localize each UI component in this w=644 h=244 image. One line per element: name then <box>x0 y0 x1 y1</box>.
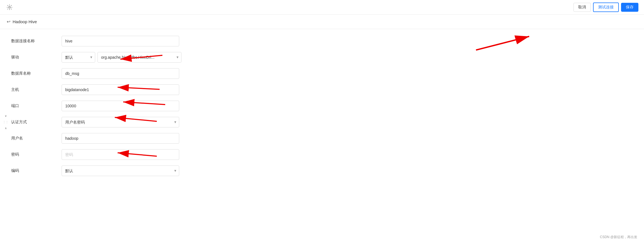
encoding-select-wrapper: 默认 ▼ <box>62 165 179 176</box>
label-encoding: 编码 <box>11 168 62 173</box>
label-password: 密码 <box>11 152 62 157</box>
driver-selects: 默认 ▼ org.apache.hive.jdbc.HiveDri... ▼ <box>62 52 181 63</box>
cancel-button[interactable]: 取消 <box>573 3 591 12</box>
driver-type-wrapper: 默认 ▼ <box>62 52 95 63</box>
label-host: 主机 <box>11 87 62 92</box>
test-connection-button[interactable]: 测试连接 <box>593 3 619 12</box>
expand-button[interactable]: ∨ <box>3 114 8 118</box>
auth-select-wrapper: 用户名密码 ▼ <box>62 117 179 127</box>
field-connection-name: 数据连接名称 <box>11 36 633 46</box>
label-db-name: 数据库名称 <box>11 71 62 76</box>
driver-type-select[interactable]: 默认 <box>62 52 95 63</box>
driver-class-select[interactable]: org.apache.hive.jdbc.HiveDri... <box>97 52 181 63</box>
input-username[interactable] <box>62 133 179 144</box>
field-auth: 认证方式 用户名密码 ▼ <box>11 117 633 127</box>
auth-select[interactable]: 用户名密码 <box>62 117 179 127</box>
label-username: 用户名 <box>11 136 62 141</box>
encoding-select[interactable]: 默认 <box>62 165 179 176</box>
back-icon[interactable]: ↩ <box>7 19 10 24</box>
form-area: 数据连接名称 驱动 默认 ▼ org.apache.hive.jdbc.Hive <box>0 29 644 244</box>
footer-text: CSDN @新征程，再出发 <box>600 235 637 240</box>
input-password[interactable] <box>62 149 179 160</box>
drag-handle[interactable]: ⋮⋮ <box>3 120 8 124</box>
gear-icon <box>6 3 13 11</box>
input-host[interactable] <box>62 84 179 95</box>
field-password: 密码 <box>11 149 633 160</box>
field-port: 端口 <box>11 101 633 111</box>
label-connection-name: 数据连接名称 <box>11 39 62 44</box>
input-port[interactable] <box>62 101 179 111</box>
left-edge-controls: ∨ ⋮⋮ ∧ <box>3 114 8 131</box>
field-encoding: 编码 默认 ▼ <box>11 165 633 176</box>
label-port: 端口 <box>11 103 62 108</box>
field-username: 用户名 <box>11 133 633 144</box>
toolbar-left <box>6 3 13 11</box>
input-db-name[interactable] <box>62 68 179 79</box>
field-host: 主机 <box>11 84 633 95</box>
driver-class-wrapper: org.apache.hive.jdbc.HiveDri... ▼ <box>97 52 181 63</box>
field-db-name: 数据库名称 <box>11 68 633 79</box>
breadcrumb: ↩ Hadoop Hive <box>0 15 644 29</box>
label-driver: 驱动 <box>11 55 62 60</box>
label-auth: 认证方式 <box>11 120 62 125</box>
toolbar: 取消 测试连接 保存 <box>0 0 644 15</box>
page-title: Hadoop Hive <box>13 19 37 24</box>
field-driver: 驱动 默认 ▼ org.apache.hive.jdbc.HiveDri... … <box>11 52 633 63</box>
form: 数据连接名称 驱动 默认 ▼ org.apache.hive.jdbc.Hive <box>0 29 644 188</box>
save-button[interactable]: 保存 <box>621 3 638 12</box>
toolbar-right: 取消 测试连接 保存 <box>573 3 638 12</box>
input-connection-name[interactable] <box>62 36 179 46</box>
collapse-button[interactable]: ∧ <box>3 126 8 131</box>
